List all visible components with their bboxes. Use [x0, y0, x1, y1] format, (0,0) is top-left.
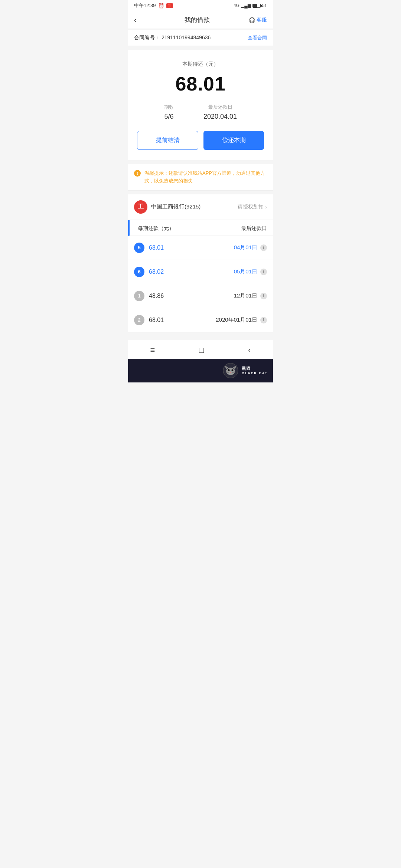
cat-svg-icon	[222, 362, 239, 379]
battery-icon	[252, 4, 261, 8]
signal-bars: ▂▄▆	[241, 3, 251, 8]
bank-info: 工 中国工商银行(9215)	[134, 200, 200, 214]
installment-date: 05月01日	[234, 268, 257, 275]
table-row: 2 68.01 2020年01月01日 ℹ	[128, 308, 273, 332]
installment-value: 5/6	[164, 113, 174, 121]
app-header: ‹ 我的借款 🎧 客服	[128, 11, 273, 29]
chevron-right-icon: ›	[265, 204, 267, 210]
installment-label: 期数	[164, 104, 174, 111]
customer-service-button[interactable]: 🎧 客服	[249, 17, 267, 23]
alarm-icon: ⏰	[158, 3, 164, 9]
bank-logo: 工	[134, 200, 147, 214]
cat-logo: 黑猫 BLACK CAT	[222, 362, 268, 379]
signal-icon: 4G	[234, 3, 239, 8]
time-display: 中午12:39	[134, 2, 156, 9]
installment-table: 每期还款（元） 最后还款日 5 68.01 04月01日 ℹ 6 68.02 0…	[128, 220, 273, 332]
status-left: 中午12:39 ⏰ 🔴	[134, 2, 173, 9]
installment-number: 2	[134, 315, 144, 325]
notice-bar: ! 温馨提示：还款请认准钱站APP官方渠道，勿通过其他方式，以免造成您的损失	[128, 164, 273, 191]
service-label: 客服	[257, 17, 267, 23]
table-col1-header: 每期还款（元）	[138, 225, 174, 232]
home-button[interactable]: □	[199, 345, 204, 355]
early-settlement-button[interactable]: 提前结清	[137, 131, 198, 150]
installment-info: 期数 5/6	[164, 104, 174, 121]
action-buttons: 提前结清 偿还本期	[136, 131, 265, 150]
installment-amount: 68.01	[149, 244, 234, 251]
contract-label: 合同编号：	[134, 34, 160, 40]
back-button[interactable]: ‹	[134, 16, 145, 24]
repay-current-button[interactable]: 偿还本期	[203, 131, 264, 150]
bank-action-label: 请授权划扣	[238, 204, 264, 210]
table-row: 5 68.01 04月01日 ℹ	[128, 236, 273, 260]
svg-point-7	[232, 369, 233, 370]
svg-point-3	[226, 368, 235, 375]
bank-row[interactable]: 工 中国工商银行(9215) 请授权划扣 ›	[128, 194, 273, 220]
bank-action: 请授权划扣 ›	[238, 204, 267, 210]
amount-display: 68.01	[136, 73, 265, 95]
info-icon[interactable]: ℹ	[260, 293, 267, 299]
main-payment-card: 本期待还（元） 68.01 期数 5/6 最后还款日 2020.04.01 提前…	[128, 50, 273, 160]
table-row: 1 48.86 12月01日 ℹ	[128, 284, 273, 308]
status-bar: 中午12:39 ⏰ 🔴 4G ▂▄▆ 51	[128, 0, 273, 11]
bank-name: 中国工商银行(9215)	[151, 203, 200, 210]
contract-number: 合同编号： 21911101994849636	[134, 34, 211, 41]
period-label: 本期待还（元）	[136, 61, 265, 68]
contract-id: 21911101994849636	[162, 34, 211, 40]
cat-brand-cn: 黑猫	[242, 366, 268, 371]
due-date-info: 最后还款日 2020.04.01	[203, 104, 237, 121]
installment-amount: 68.01	[149, 317, 216, 323]
installment-date-wrap: 05月01日 ℹ	[234, 268, 267, 275]
notification-icon: 🔴	[166, 3, 173, 8]
svg-point-6	[229, 369, 229, 370]
installment-date: 04月01日	[234, 244, 257, 251]
table-header: 每期还款（元） 最后还款日	[128, 220, 273, 236]
installment-date-wrap: 2020年01月01日 ℹ	[216, 316, 267, 323]
meta-row: 期数 5/6 最后还款日 2020.04.01	[136, 104, 265, 121]
installment-date-wrap: 04月01日 ℹ	[234, 244, 267, 251]
contract-bar: 合同编号： 21911101994849636 查看合同	[128, 30, 273, 46]
info-icon[interactable]: ℹ	[260, 244, 267, 251]
table-rows: 5 68.01 04月01日 ℹ 6 68.02 05月01日 ℹ 1 48.8…	[128, 236, 273, 332]
svg-point-5	[232, 369, 234, 371]
installment-date-wrap: 12月01日 ℹ	[234, 292, 267, 299]
table-col2-header: 最后还款日	[241, 225, 267, 232]
battery-level: 51	[262, 3, 267, 8]
black-cat-watermark: 黑猫 BLACK CAT	[128, 359, 273, 382]
page-title: 我的借款	[145, 16, 249, 24]
installment-amount: 68.02	[149, 269, 234, 275]
cat-brand-en: BLACK CAT	[242, 371, 268, 375]
installment-number: 5	[134, 243, 144, 253]
installment-date: 12月01日	[234, 292, 257, 299]
menu-button[interactable]: ≡	[150, 345, 155, 355]
installment-date: 2020年01月01日	[216, 316, 257, 323]
installment-number: 1	[134, 291, 144, 301]
installment-amount: 48.86	[149, 293, 234, 299]
due-date-label: 最后还款日	[203, 104, 237, 111]
info-icon[interactable]: ℹ	[260, 317, 267, 323]
notice-text: 温馨提示：还款请认准钱站APP官方渠道，勿通过其他方式，以免造成您的损失	[144, 170, 267, 185]
status-right: 4G ▂▄▆ 51	[234, 3, 267, 8]
table-row: 6 68.02 05月01日 ℹ	[128, 260, 273, 284]
svg-point-4	[228, 369, 230, 371]
bottom-navigation: ≡ □ ‹	[128, 340, 273, 359]
warning-icon: !	[134, 170, 141, 177]
back-nav-button[interactable]: ‹	[248, 345, 251, 355]
due-date-value: 2020.04.01	[203, 113, 237, 121]
installment-number: 6	[134, 267, 144, 277]
view-contract-link[interactable]: 查看合同	[248, 34, 267, 41]
info-icon[interactable]: ℹ	[260, 269, 267, 275]
headphone-icon: 🎧	[249, 17, 255, 23]
